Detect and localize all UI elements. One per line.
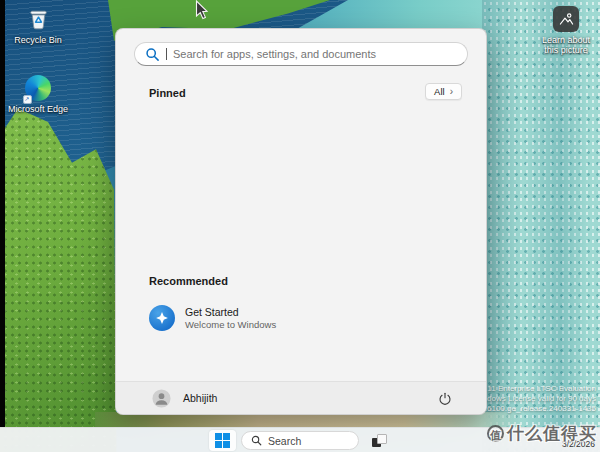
taskbar-search[interactable]: Search xyxy=(241,431,359,450)
recommended-item-title: Get Started xyxy=(185,306,276,318)
start-menu-search-box[interactable] xyxy=(134,42,468,66)
search-icon xyxy=(145,47,160,62)
windows-logo-icon xyxy=(215,433,230,448)
edge-icon: ↗ xyxy=(25,75,52,102)
picture-info-icon xyxy=(553,6,580,33)
photo-watermark-badge: 值 xyxy=(487,425,504,442)
chevron-right-icon: › xyxy=(450,87,453,96)
desktop-icon-label: Recycle Bin xyxy=(14,35,62,45)
desktop-icon-label: Microsoft Edge xyxy=(8,104,68,114)
desktop-icon-label: Learn about this picture xyxy=(534,35,598,55)
all-apps-button-label: All xyxy=(434,86,445,97)
recommended-item-subtitle: Welcome to Windows xyxy=(185,319,276,330)
power-icon xyxy=(438,392,452,406)
task-view-icon xyxy=(372,434,387,447)
photo-watermark: 值 什么值得买 xyxy=(487,422,597,445)
recycle-bin-icon xyxy=(25,6,52,33)
get-started-icon xyxy=(149,305,175,331)
text-caret xyxy=(166,48,167,60)
start-menu-footer: Abhijith xyxy=(116,381,486,414)
search-input[interactable] xyxy=(173,48,457,60)
user-name: Abhijith xyxy=(183,392,217,404)
shortcut-arrow-icon: ↗ xyxy=(23,95,32,104)
all-apps-button[interactable]: All › xyxy=(425,83,462,100)
desktop[interactable]: Recycle Bin ↗ Microsoft Edge Learn about… xyxy=(0,0,600,452)
photo-watermark-text: 什么值得买 xyxy=(507,422,597,445)
desktop-icon-learn-about-picture[interactable]: Learn about this picture xyxy=(534,6,598,55)
taskbar-search-label: Search xyxy=(268,435,301,447)
start-menu: Pinned All › Recommended Get Started Wel… xyxy=(115,28,487,415)
recommended-item-get-started[interactable]: Get Started Welcome to Windows xyxy=(142,295,312,341)
desktop-icon-microsoft-edge[interactable]: ↗ Microsoft Edge xyxy=(6,75,70,114)
recommended-section-title: Recommended xyxy=(149,275,228,287)
start-button[interactable] xyxy=(209,430,236,451)
power-button[interactable] xyxy=(436,390,454,408)
pinned-section-title: Pinned xyxy=(149,87,186,99)
desktop-icon-recycle-bin[interactable]: Recycle Bin xyxy=(6,6,70,45)
user-profile-button[interactable]: Abhijith xyxy=(149,386,225,411)
task-view-button[interactable] xyxy=(366,430,393,451)
user-avatar-icon xyxy=(152,389,171,408)
screen-left-black-edge xyxy=(0,0,5,427)
search-icon xyxy=(251,435,262,446)
